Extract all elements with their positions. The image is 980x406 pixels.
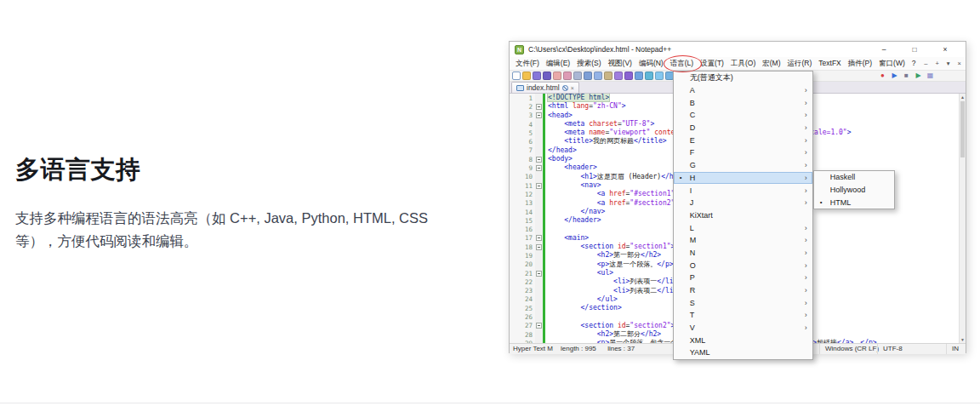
toolbar-icon-stop-macro[interactable]: ■: [902, 71, 911, 81]
menu-item-4[interactable]: 编码(N): [635, 57, 667, 70]
window-controls: – □ ×: [869, 42, 960, 57]
toolbar-icon-open-folder[interactable]: [522, 71, 531, 80]
tab-index-html[interactable]: index.html ×: [511, 82, 579, 93]
menu-item-6[interactable]: 设置(T): [697, 57, 727, 70]
menu-item-label: B: [690, 99, 695, 107]
menu-item-11[interactable]: 插件(P): [845, 57, 875, 70]
language-menu-item-R[interactable]: R›: [674, 284, 812, 297]
toolbar-icon-replace[interactable]: [645, 71, 653, 80]
language-menu-item-S[interactable]: S›: [674, 296, 812, 309]
toolbar-icon-record-macro[interactable]: ●: [878, 71, 887, 81]
toolbar-icon-redo[interactable]: [624, 71, 633, 80]
submenu-arrow-icon: ›: [805, 297, 807, 309]
language-menu-item-A[interactable]: A›: [674, 84, 812, 97]
language-menu-item-C[interactable]: C›: [674, 109, 812, 122]
line-number: 3: [510, 112, 535, 119]
document-monitor-icon: [516, 85, 524, 91]
expand-panel-icon[interactable]: +: [935, 60, 938, 67]
toolbar-icon-undo[interactable]: [614, 71, 623, 80]
menu-item-7[interactable]: 工具(O): [727, 57, 759, 70]
toolbar-icon-print[interactable]: [573, 71, 582, 80]
toolbar-icon-find[interactable]: [635, 71, 643, 80]
menu-item-label: 无(普通文本): [690, 72, 733, 83]
menu-item-5[interactable]: 语言(L): [667, 57, 697, 70]
toolbar-icon-play-macro[interactable]: ▶: [890, 71, 899, 81]
maximize-button[interactable]: □: [899, 42, 930, 57]
menu-item-label: T: [690, 311, 695, 319]
tab-readonly-icon[interactable]: [562, 85, 568, 91]
language-menu-item-YAML[interactable]: YAML: [674, 346, 812, 359]
menu-item-label: XML: [690, 336, 706, 345]
language-submenu-item-Haskell[interactable]: Haskell: [814, 171, 894, 184]
language-submenu-item-HTML[interactable]: •HTML: [814, 196, 894, 209]
fold-marker-icon[interactable]: [536, 323, 542, 329]
toolbar-icon-copy[interactable]: [594, 71, 602, 80]
language-submenu-item-Hollywood[interactable]: Hollywood: [814, 184, 894, 197]
language-menu-item-KiXtart[interactable]: KiXtart: [674, 209, 812, 222]
menu-item-9[interactable]: 运行(R): [783, 57, 815, 70]
language-menu-item-D[interactable]: D›: [674, 122, 812, 134]
line-number: 10: [510, 173, 535, 180]
language-menu-item-P[interactable]: P›: [674, 272, 812, 284]
fold-marker-icon[interactable]: [536, 165, 542, 171]
close-button[interactable]: ×: [930, 42, 960, 57]
language-menu-item-E[interactable]: E›: [674, 134, 812, 146]
submenu-arrow-icon: ›: [805, 172, 807, 184]
menu-item-0[interactable]: 文件(F): [512, 57, 543, 70]
language-menu-item-L[interactable]: L›: [674, 221, 812, 234]
menu-item-10[interactable]: TextFX: [815, 57, 844, 70]
more-toolbars-icon[interactable]: ▾: [947, 60, 950, 67]
scroll-down-icon[interactable]: ▼: [960, 337, 966, 342]
language-menu-item-O[interactable]: O›: [674, 259, 812, 272]
fold-marker-icon[interactable]: [536, 235, 542, 241]
toolbar-icon-save[interactable]: [533, 71, 541, 80]
language-menu-item-无(普通文本)[interactable]: 无(普通文本): [674, 71, 812, 84]
submenu-item-label: Hollywood: [830, 186, 866, 194]
language-menu-item-F[interactable]: F›: [674, 146, 812, 159]
language-menu-item-V[interactable]: V›: [674, 322, 812, 335]
fold-marker-icon[interactable]: [536, 157, 542, 163]
toolbar-icon-new-file[interactable]: [512, 71, 521, 80]
scroll-up-icon[interactable]: ▲: [960, 94, 966, 100]
line-number: 17: [510, 234, 535, 242]
menu-item-3[interactable]: 视图(V): [605, 57, 635, 70]
language-menu-item-T[interactable]: T›: [674, 309, 812, 322]
menu-item-1[interactable]: 编辑(E): [543, 57, 573, 70]
menu-item-2[interactable]: 搜索(S): [573, 57, 604, 70]
fold-marker-icon[interactable]: [536, 271, 542, 277]
language-menu-item-H[interactable]: •H›: [674, 172, 812, 185]
scrollbar-thumb[interactable]: [960, 101, 965, 157]
toolbar-icon-save-all[interactable]: [543, 71, 551, 80]
submenu-arrow-icon: ›: [805, 84, 807, 96]
fold-marker-icon[interactable]: [536, 183, 542, 189]
toolbar-icon-zoom-in[interactable]: [655, 71, 664, 80]
fold-marker-icon[interactable]: [536, 104, 542, 110]
language-menu-item-XML[interactable]: XML: [674, 334, 812, 346]
toolbar-icon-document-map[interactable]: ▦: [926, 71, 935, 81]
fold-marker-icon[interactable]: [536, 112, 542, 118]
submenu-arrow-icon: ›: [805, 159, 807, 171]
language-menu-item-B[interactable]: B›: [674, 96, 812, 109]
toolbar-icon-close-all[interactable]: [563, 71, 572, 80]
language-menu-item-M[interactable]: M›: [674, 234, 812, 247]
menu-item-12[interactable]: 窗口(W): [875, 57, 909, 70]
toolbar-icon-cut[interactable]: [584, 71, 592, 80]
language-menu-item-N[interactable]: N›: [674, 247, 812, 260]
menu-item-13[interactable]: ?: [909, 57, 920, 70]
menu-item-8[interactable]: 宏(M): [759, 57, 783, 70]
submenu-arrow-icon: ›: [805, 247, 807, 259]
fold-marker-icon[interactable]: [536, 244, 542, 250]
menu-item-label: S: [690, 299, 695, 307]
language-menu-item-G[interactable]: G›: [674, 159, 812, 172]
toolbar-icon-paste[interactable]: [604, 71, 612, 80]
language-menu-item-I[interactable]: I›: [674, 184, 812, 197]
language-menu-item-J[interactable]: J›: [674, 197, 812, 209]
fold-column[interactable]: [535, 94, 543, 343]
toolbar-icon-close[interactable]: [553, 71, 561, 80]
close-panel-icon[interactable]: ×: [958, 60, 961, 67]
tab-close-icon[interactable]: ×: [571, 85, 574, 91]
minimize-button[interactable]: –: [869, 42, 899, 57]
minimize-panel-icon[interactable]: –: [924, 60, 927, 67]
vertical-scrollbar[interactable]: ▲ ▼: [959, 94, 966, 343]
toolbar-icon-run-macro-multiple[interactable]: ▶: [914, 71, 923, 81]
